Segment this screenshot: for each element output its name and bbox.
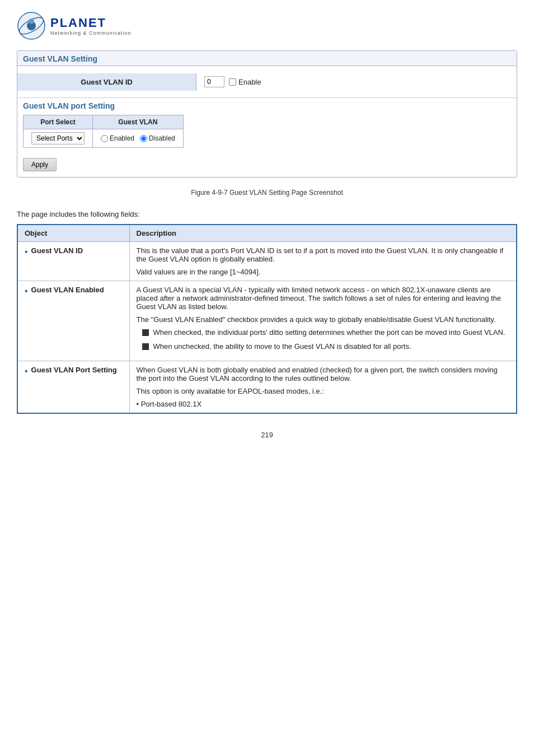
description-paragraph: The "Guest VLAN Enabled" checkbox provid… xyxy=(137,315,510,324)
object-cell: •Guest VLAN ID xyxy=(17,242,129,281)
port-setting-title: Guest VLAN port Setting xyxy=(17,98,517,111)
page-includes-text: The page includes the following fields: xyxy=(17,210,517,218)
bullet-text: When unchecked, the ability to move to t… xyxy=(153,342,411,351)
desc-table-row: •Guest VLAN EnabledA Guest VLAN is a spe… xyxy=(17,281,517,361)
enable-checkbox[interactable] xyxy=(229,78,236,86)
logo-area: PLANET Networking & Communication xyxy=(17,11,517,40)
guest-vlan-radio-cell: Enabled Disabled xyxy=(93,129,184,148)
disabled-radio-text: Disabled xyxy=(149,134,175,142)
enabled-radio[interactable] xyxy=(101,135,108,142)
description-paragraph: A Guest VLAN is a special VLAN - typical… xyxy=(137,286,510,311)
object-col-header: Object xyxy=(17,225,129,242)
guest-vlan-setting-box: Guest VLAN Setting Guest VLAN ID Enable … xyxy=(17,50,517,178)
logo-text: PLANET Networking & Communication xyxy=(50,16,132,36)
description-col-header: Description xyxy=(129,225,517,242)
description-paragraph: When Guest VLAN is both globally enabled… xyxy=(137,366,510,382)
svg-point-3 xyxy=(29,18,34,24)
square-bullet-icon xyxy=(142,329,149,336)
port-table: Port Select Guest VLAN Select Ports xyxy=(23,115,184,148)
vlan-id-row: Guest VLAN ID Enable xyxy=(17,66,517,98)
object-name: Guest VLAN ID xyxy=(31,246,83,255)
desc-table-row: •Guest VLAN IDThis is the value that a p… xyxy=(17,242,517,281)
vlan-id-value-cell: Enable xyxy=(196,72,269,92)
object-cell: •Guest VLAN Enabled xyxy=(17,281,129,361)
disabled-radio-label[interactable]: Disabled xyxy=(140,134,175,142)
bullet-item: When checked, the individual ports' ditt… xyxy=(142,328,510,337)
description-paragraph: This option is only available for EAPOL-… xyxy=(137,387,510,395)
logo-sub-label: Networking & Communication xyxy=(50,30,132,36)
object-cell: •Guest VLAN Port Setting xyxy=(17,361,129,414)
setting-box-title: Guest VLAN Setting xyxy=(17,51,517,66)
port-select-cell: Select Ports xyxy=(24,129,93,148)
guest-vlan-radio-group: Enabled Disabled xyxy=(101,134,175,142)
description-table: Object Description •Guest VLAN IDThis is… xyxy=(17,224,517,414)
planet-logo-icon xyxy=(17,11,46,40)
description-cell: When Guest VLAN is both globally enabled… xyxy=(129,361,517,414)
description-paragraph: Valid values are in the range [1~4094]. xyxy=(137,268,510,276)
object-name: Guest VLAN Port Setting xyxy=(31,366,117,374)
description-cell: This is the value that a port's Port VLA… xyxy=(129,242,517,281)
vlan-id-label: Guest VLAN ID xyxy=(17,73,196,91)
bullet-icon: • xyxy=(25,286,28,296)
bullet-item: When unchecked, the ability to move to t… xyxy=(142,342,510,351)
vlan-id-input[interactable] xyxy=(204,76,224,87)
page-number: 219 xyxy=(17,431,517,439)
port-table-row: Select Ports Enabled Disabled xyxy=(24,129,184,148)
disabled-radio[interactable] xyxy=(140,135,147,142)
port-select-col-header: Port Select xyxy=(24,115,93,129)
port-select-dropdown[interactable]: Select Ports xyxy=(31,132,85,144)
apply-button[interactable]: Apply xyxy=(23,158,57,171)
logo-planet-label: PLANET xyxy=(50,16,132,30)
enabled-radio-text: Enabled xyxy=(110,134,134,142)
enabled-radio-label[interactable]: Enabled xyxy=(101,134,134,142)
object-name: Guest VLAN Enabled xyxy=(31,286,104,294)
enable-label: Enable xyxy=(238,78,261,86)
desc-table-row: •Guest VLAN Port SettingWhen Guest VLAN … xyxy=(17,361,517,414)
enable-checkbox-label[interactable]: Enable xyxy=(229,78,261,86)
square-bullet-icon xyxy=(142,343,149,350)
bullet-text: When checked, the individual ports' ditt… xyxy=(153,328,505,337)
figure-caption: Figure 4-9-7 Guest VLAN Setting Page Scr… xyxy=(17,189,517,197)
description-paragraph: This is the value that a port's Port VLA… xyxy=(137,246,510,263)
bullet-list: When checked, the individual ports' ditt… xyxy=(137,328,510,351)
bullet-icon: • xyxy=(25,246,28,257)
description-paragraph: • Port-based 802.1X xyxy=(137,400,510,408)
guest-vlan-col-header: Guest VLAN xyxy=(93,115,184,129)
bullet-icon: • xyxy=(25,366,28,376)
description-cell: A Guest VLAN is a special VLAN - typical… xyxy=(129,281,517,361)
